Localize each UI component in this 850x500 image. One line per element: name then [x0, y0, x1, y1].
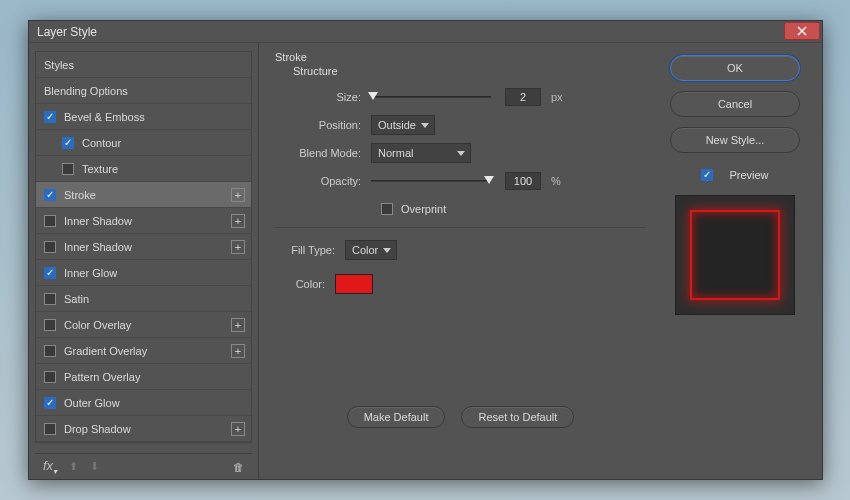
close-icon [797, 26, 807, 36]
blend-mode-select[interactable]: Normal [371, 143, 471, 163]
sidebar-item-label: Bevel & Emboss [64, 111, 145, 123]
sidebar-item-outer-glow[interactable]: Outer Glow [36, 390, 251, 416]
sidebar-item-texture[interactable]: Texture [36, 156, 251, 182]
sidebar-item-label: Outer Glow [64, 397, 120, 409]
effect-checkbox[interactable] [62, 137, 74, 149]
panel-title: Stroke [275, 51, 646, 63]
position-select[interactable]: Outside [371, 115, 435, 135]
effect-checkbox[interactable] [44, 319, 56, 331]
sidebar-item-bevel-emboss[interactable]: Bevel & Emboss [36, 104, 251, 130]
fill-type-select[interactable]: Color [345, 240, 397, 260]
effect-checkbox[interactable] [44, 215, 56, 227]
sidebar-item-inner-shadow[interactable]: Inner Shadow+ [36, 234, 251, 260]
layer-style-dialog: Layer Style Styles Blending Options Beve… [28, 20, 823, 480]
sidebar-item-label: Inner Glow [64, 267, 117, 279]
sidebar-item-pattern-overlay[interactable]: Pattern Overlay [36, 364, 251, 390]
add-effect-icon[interactable]: + [231, 422, 245, 436]
preview-checkbox[interactable] [701, 169, 713, 181]
structure-label: Structure [293, 65, 646, 77]
new-style-button[interactable]: New Style... [670, 127, 800, 153]
sidebar-item-contour[interactable]: Contour [36, 130, 251, 156]
size-input[interactable] [505, 88, 541, 106]
overprint-label: Overprint [401, 203, 446, 215]
opacity-label: Opacity: [275, 175, 371, 187]
sidebar-item-satin[interactable]: Satin [36, 286, 251, 312]
effect-checkbox[interactable] [44, 189, 56, 201]
add-effect-icon[interactable]: + [231, 318, 245, 332]
opacity-slider[interactable] [371, 174, 491, 188]
opacity-input[interactable] [505, 172, 541, 190]
dialog-title: Layer Style [37, 25, 97, 39]
overprint-checkbox[interactable] [381, 203, 393, 215]
effect-checkbox[interactable] [44, 267, 56, 279]
fill-type-label: Fill Type: [275, 244, 345, 256]
stroke-panel: Stroke Structure Size: px Position: Outs… [259, 43, 662, 479]
move-up-icon[interactable]: ⬆ [69, 460, 78, 473]
size-unit: px [551, 91, 563, 103]
sidebar-item-gradient-overlay[interactable]: Gradient Overlay+ [36, 338, 251, 364]
effect-checkbox[interactable] [62, 163, 74, 175]
effects-sidebar: Styles Blending Options Bevel & EmbossCo… [29, 43, 259, 479]
color-swatch[interactable] [335, 274, 373, 294]
make-default-button[interactable]: Make Default [347, 406, 446, 428]
sidebar-item-label: Inner Shadow [64, 215, 132, 227]
effect-checkbox[interactable] [44, 345, 56, 357]
preview-thumbnail [675, 195, 795, 315]
preview-label: Preview [729, 169, 768, 181]
effects-list: Styles Blending Options Bevel & EmbossCo… [35, 51, 252, 443]
effect-checkbox[interactable] [44, 293, 56, 305]
sidebar-footer: fx▾ ⬆ ⬇ 🗑 [35, 453, 252, 479]
sidebar-styles-header[interactable]: Styles [36, 52, 251, 78]
ok-button[interactable]: OK [670, 55, 800, 81]
blend-mode-label: Blend Mode: [275, 147, 371, 159]
sidebar-item-label: Color Overlay [64, 319, 131, 331]
title-bar: Layer Style [29, 21, 822, 43]
move-down-icon[interactable]: ⬇ [90, 460, 99, 473]
sidebar-item-label: Gradient Overlay [64, 345, 147, 357]
add-effect-icon[interactable]: + [231, 214, 245, 228]
add-effect-icon[interactable]: + [231, 344, 245, 358]
opacity-unit: % [551, 175, 561, 187]
sidebar-item-label: Texture [82, 163, 118, 175]
add-effect-icon[interactable]: + [231, 188, 245, 202]
effect-checkbox[interactable] [44, 371, 56, 383]
sidebar-item-label: Stroke [64, 189, 96, 201]
size-label: Size: [275, 91, 371, 103]
sidebar-item-label: Inner Shadow [64, 241, 132, 253]
sidebar-item-label: Pattern Overlay [64, 371, 140, 383]
sidebar-item-stroke[interactable]: Stroke+ [36, 182, 251, 208]
effect-checkbox[interactable] [44, 241, 56, 253]
effect-checkbox[interactable] [44, 397, 56, 409]
position-label: Position: [275, 119, 371, 131]
effect-checkbox[interactable] [44, 423, 56, 435]
close-button[interactable] [784, 22, 820, 40]
sidebar-item-color-overlay[interactable]: Color Overlay+ [36, 312, 251, 338]
fx-icon[interactable]: fx▾ [43, 458, 57, 476]
actions-column: OK Cancel New Style... Preview [662, 43, 822, 479]
trash-icon[interactable]: 🗑 [233, 461, 244, 473]
effect-checkbox[interactable] [44, 111, 56, 123]
size-slider[interactable] [371, 90, 491, 104]
sidebar-item-inner-glow[interactable]: Inner Glow [36, 260, 251, 286]
cancel-button[interactable]: Cancel [670, 91, 800, 117]
add-effect-icon[interactable]: + [231, 240, 245, 254]
sidebar-item-label: Contour [82, 137, 121, 149]
reset-default-button[interactable]: Reset to Default [461, 406, 574, 428]
sidebar-item-label: Drop Shadow [64, 423, 131, 435]
sidebar-item-inner-shadow[interactable]: Inner Shadow+ [36, 208, 251, 234]
sidebar-item-label: Satin [64, 293, 89, 305]
sidebar-blending-options[interactable]: Blending Options [36, 78, 251, 104]
divider [275, 227, 646, 228]
color-label: Color: [275, 278, 335, 290]
sidebar-item-drop-shadow[interactable]: Drop Shadow+ [36, 416, 251, 442]
